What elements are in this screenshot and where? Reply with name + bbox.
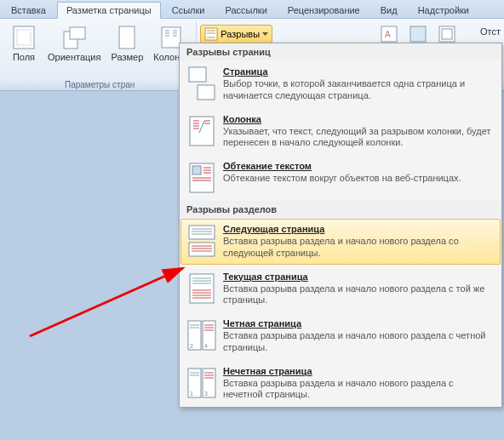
svg-rect-32 xyxy=(192,166,201,174)
page-borders-icon[interactable] xyxy=(438,25,456,43)
dd-item-next-page[interactable]: Следующая страница Вставка разрыва разде… xyxy=(180,219,501,265)
svg-text:A: A xyxy=(385,30,391,39)
page-break-icon xyxy=(187,66,216,100)
text-wrap-break-icon xyxy=(187,161,216,195)
size-label: Размер xyxy=(111,52,143,62)
breaks-button[interactable]: Разрывы xyxy=(200,25,272,43)
dd-item-odd-page[interactable]: 13 Нечетная страница Вставка разрыва раз… xyxy=(180,360,501,408)
margins-icon xyxy=(10,24,37,51)
dd-header-section-breaks: Разрывы разделов xyxy=(180,201,501,218)
dd-item-text-wrapping[interactable]: Обтекание текстом Обтекание текстом вокр… xyxy=(180,155,501,201)
breaks-label: Разрывы xyxy=(220,29,260,39)
svg-rect-5 xyxy=(162,27,180,48)
section-odd-page-icon: 13 xyxy=(187,366,216,400)
dd-page-title: Страница xyxy=(223,66,494,77)
section-continuous-icon xyxy=(187,271,216,306)
dd-header-page-breaks: Разрывы страниц xyxy=(180,43,501,60)
dd-item-page[interactable]: Страница Выбор точки, в которой заканчив… xyxy=(180,60,501,108)
group-caption: Параметры стран xyxy=(65,79,135,91)
svg-rect-19 xyxy=(410,26,426,42)
svg-rect-23 xyxy=(198,85,215,100)
orientation-label: Ориентация xyxy=(48,52,100,62)
ribbon-tabs: Вставка Разметка страницы Ссылки Рассылк… xyxy=(0,0,504,19)
margins-button[interactable]: Поля xyxy=(6,21,42,79)
section-next-page-icon xyxy=(187,224,216,258)
dd-odd-title: Нечетная страница xyxy=(223,366,494,376)
chevron-down-icon xyxy=(262,32,268,36)
dd-column-desc: Указывает, что текст, следующий за разры… xyxy=(223,126,494,150)
dd-odd-desc: Вставка разрыва раздела и начало нового … xyxy=(223,378,494,402)
dd-column-title: Колонка xyxy=(223,114,494,124)
tab-addins[interactable]: Надстройки xyxy=(409,2,478,18)
svg-marker-16 xyxy=(262,32,268,36)
dd-wrap-title: Обтекание текстом xyxy=(223,161,494,171)
dd-cont-title: Текущая страница xyxy=(223,271,494,282)
size-button[interactable]: Размер xyxy=(106,21,147,79)
page-color-icon[interactable] xyxy=(409,25,427,43)
dd-next-title: Следующая страница xyxy=(223,224,494,234)
svg-text:2: 2 xyxy=(190,343,193,349)
dd-wrap-desc: Обтекание текстом вокруг объектов на веб… xyxy=(223,173,494,185)
column-break-icon xyxy=(187,114,216,148)
size-icon xyxy=(113,24,140,51)
dd-item-even-page[interactable]: 24 Четная страница Вставка разрыва разде… xyxy=(180,312,501,360)
svg-text:1: 1 xyxy=(190,391,193,397)
breaks-dropdown: Разрывы страниц Страница Выбор точки, в … xyxy=(179,43,502,408)
breaks-icon xyxy=(204,27,218,41)
dd-item-continuous[interactable]: Текущая страница Вставка разрыва раздела… xyxy=(180,266,501,313)
dd-even-title: Четная страница xyxy=(223,318,494,329)
svg-rect-4 xyxy=(119,26,135,49)
svg-rect-3 xyxy=(70,27,85,39)
tab-mailings[interactable]: Рассылки xyxy=(215,2,276,18)
svg-rect-38 xyxy=(189,226,215,239)
svg-rect-22 xyxy=(189,67,206,82)
orientation-icon xyxy=(60,24,88,51)
svg-rect-42 xyxy=(189,243,215,256)
tab-review[interactable]: Рецензирование xyxy=(278,2,369,18)
dd-item-column[interactable]: Колонка Указывает, что текст, следующий … xyxy=(180,108,501,156)
dd-next-desc: Вставка разрыва раздела и начало нового … xyxy=(223,236,494,260)
section-even-page-icon: 24 xyxy=(187,318,216,352)
svg-rect-12 xyxy=(205,28,217,40)
svg-text:3: 3 xyxy=(204,391,208,397)
orientation-button[interactable]: Ориентация xyxy=(43,21,105,79)
tab-page-layout[interactable]: Разметка страницы xyxy=(57,2,161,19)
watermark-icon[interactable]: A xyxy=(380,25,398,43)
svg-text:4: 4 xyxy=(204,343,208,349)
tab-insert[interactable]: Вставка xyxy=(2,2,55,18)
margins-label: Поля xyxy=(13,52,35,62)
dd-even-desc: Вставка разрыва раздела и начало нового … xyxy=(223,330,494,354)
tab-references[interactable]: Ссылки xyxy=(163,2,215,18)
dd-cont-desc: Вставка разрыва раздела и начало нового … xyxy=(223,283,494,307)
tab-view[interactable]: Вид xyxy=(371,2,407,18)
ribbon-group-page-setup: Поля Ориентация Размер Колонки xyxy=(3,21,197,91)
dd-page-desc: Выбор точки, в которой заканчивается одн… xyxy=(223,78,494,102)
indent-label: Отст xyxy=(480,26,501,37)
